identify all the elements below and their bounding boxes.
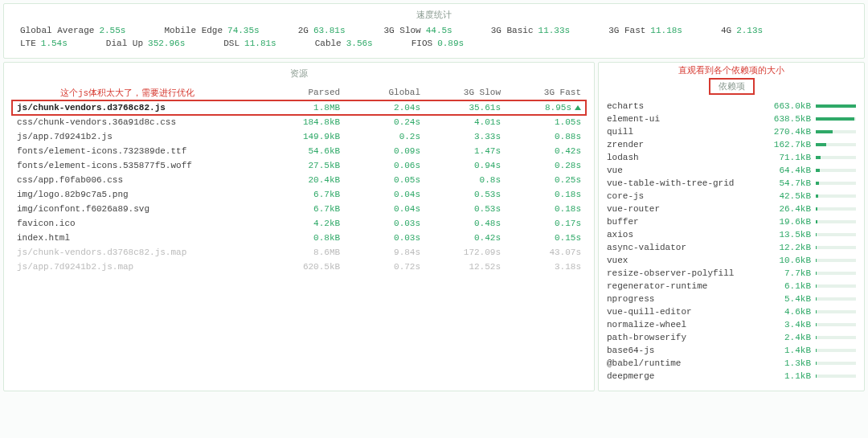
dependency-row[interactable]: path-browserify2.4kB <box>607 331 856 344</box>
dependency-row[interactable]: core-js42.5kB <box>607 190 856 203</box>
dependencies-note: 直观看到各个依赖项的大小 <box>599 64 864 76</box>
resources-table: ParsedGlobal3G Slow3G Fast js/chunk-vend… <box>12 84 586 274</box>
speed-item-value: 11.81s <box>244 39 276 48</box>
dependency-row[interactable]: resize-observer-polyfill7.7kB <box>607 267 856 280</box>
speed-item-label: DSL <box>223 39 240 48</box>
resources-column-header[interactable]: Parsed <box>264 84 345 100</box>
dependency-row[interactable]: vuex10.6kB <box>607 254 856 267</box>
dependency-row[interactable]: vue-router26.4kB <box>607 203 856 215</box>
speed-item-value: 1.54s <box>41 39 68 48</box>
resource-cell: 8.6MB <box>264 245 345 260</box>
resource-cell: 0.15s <box>506 231 586 245</box>
resource-cell: 0.09s <box>345 144 425 158</box>
dependency-bar-fill <box>816 284 817 288</box>
dependency-row[interactable]: buffer19.6kB <box>607 215 856 228</box>
dependency-size: 4.6kB <box>766 307 811 317</box>
dependency-size: 663.0kB <box>766 101 811 111</box>
dependency-row[interactable]: nprogress5.4kB <box>607 293 856 305</box>
speed-item-label: Cable <box>315 39 342 48</box>
resource-cell: 0.53s <box>425 202 506 216</box>
resource-cell: 0.8kB <box>264 231 345 245</box>
table-row[interactable]: css/app.f0fab006.css20.4kB0.05s0.8s0.25s <box>12 173 586 187</box>
resource-cell: 27.5kB <box>264 158 345 173</box>
dependency-bar-fill <box>816 310 817 313</box>
dependency-row[interactable]: vue-quill-editor4.6kB <box>607 305 856 318</box>
table-row[interactable]: fonts/element-icons.535877f5.woff27.5kB0… <box>12 158 586 173</box>
resources-column-header[interactable]: 3G Fast <box>506 84 586 100</box>
resource-file-name: css/app.f0fab006.css <box>12 173 264 187</box>
resource-cell: 0.42s <box>506 144 586 158</box>
speed-item: 3G Basic11.33s <box>491 26 570 35</box>
resource-cell: 35.61s <box>425 100 506 115</box>
resource-cell: 3.18s <box>506 260 586 274</box>
dependency-row[interactable]: @babel/runtime1.3kB <box>607 357 856 370</box>
speed-item: Dial Up352.96s <box>106 39 185 48</box>
dependency-name: deepmerge <box>607 371 761 381</box>
dependency-row[interactable]: normalize-wheel3.4kB <box>607 318 856 331</box>
dependency-bar-fill <box>816 182 819 185</box>
dependency-size: 19.6kB <box>766 217 811 227</box>
dependency-bar-fill <box>816 207 817 211</box>
dependency-bar-fill <box>816 272 817 275</box>
speed-item-value: 352.96s <box>148 39 185 48</box>
dependency-bar <box>816 194 856 198</box>
table-row[interactable]: js/app.7d9241b2.js149.9kB0.2s3.33s0.88s <box>12 129 586 144</box>
dependency-name: resize-observer-polyfill <box>607 268 761 278</box>
speed-item-label: 2G <box>298 26 309 35</box>
dependency-row[interactable]: deepmerge1.1kB <box>607 370 856 383</box>
dependency-row[interactable]: zrender162.7kB <box>607 138 856 151</box>
table-row[interactable]: js/chunk-vendors.d3768c82.js.map8.6MB9.8… <box>12 245 586 260</box>
resource-cell: 1.8MB <box>264 100 345 115</box>
table-row[interactable]: favicon.ico4.2kB0.03s0.48s0.17s <box>12 216 586 231</box>
resource-cell: 0.53s <box>425 187 506 202</box>
dependency-bar <box>816 310 856 313</box>
speed-item: DSL11.81s <box>223 39 276 48</box>
table-row[interactable]: img/iconfont.f6026a89.svg6.7kB0.04s0.53s… <box>12 202 586 216</box>
resource-cell: 8.95s <box>506 100 586 115</box>
dependency-row[interactable]: vue64.4kB <box>607 164 856 177</box>
resource-cell: 20.4kB <box>264 173 345 187</box>
dependencies-title: 依赖项 <box>709 78 755 95</box>
dependency-row[interactable]: base64-js1.4kB <box>607 344 856 357</box>
dependency-row[interactable]: axios13.5kB <box>607 228 856 241</box>
speed-item: Cable3.56s <box>315 39 373 48</box>
dependency-bar <box>816 272 856 275</box>
table-row[interactable]: fonts/element-icons.732389de.ttf54.6kB0.… <box>12 144 586 158</box>
resources-column-header[interactable]: Global <box>345 84 425 100</box>
dependency-row[interactable]: async-validator12.2kB <box>607 241 856 254</box>
table-row[interactable]: css/chunk-vendors.36a91d8c.css184.8kB0.2… <box>12 115 586 129</box>
dependency-size: 5.4kB <box>766 294 811 304</box>
resource-cell: 0.28s <box>506 158 586 173</box>
table-row[interactable]: js/app.7d9241b2.js.map620.5kB0.72s12.52s… <box>12 260 586 274</box>
speed-stats-grid: Global Average2.55sMobile Edge74.35s2G63… <box>4 26 864 51</box>
dependency-row[interactable]: vue-table-with-tree-grid54.7kB <box>607 177 856 190</box>
dependency-name: path-browserify <box>607 333 761 342</box>
dependency-size: 10.6kB <box>766 256 811 265</box>
dependency-row[interactable]: element-ui638.5kB <box>607 113 856 125</box>
table-row[interactable]: js/chunk-vendors.d3768c82.js1.8MB2.04s35… <box>12 100 586 115</box>
dependency-name: vue-table-with-tree-grid <box>607 178 761 188</box>
table-row[interactable]: index.html0.8kB0.03s0.42s0.15s <box>12 231 586 245</box>
dependency-size: 270.4kB <box>766 127 811 137</box>
dependency-row[interactable]: lodash71.1kB <box>607 151 856 164</box>
dependencies-list: echarts663.0kBelement-ui638.5kBquill270.… <box>599 100 864 391</box>
speed-item: Mobile Edge74.35s <box>164 26 259 35</box>
dependency-size: 3.4kB <box>766 320 811 330</box>
dependency-name: normalize-wheel <box>607 320 761 330</box>
dependency-name: vue-quill-editor <box>607 307 761 317</box>
dependency-bar-fill <box>816 156 821 159</box>
speed-item-label: LTE <box>20 39 36 48</box>
dependency-row[interactable]: regenerator-runtime6.1kB <box>607 280 856 293</box>
speed-item-value: 11.33s <box>538 26 571 35</box>
dependency-row[interactable]: quill270.4kB <box>607 125 856 138</box>
resource-cell: 6.7kB <box>264 202 345 216</box>
table-row[interactable]: img/logo.82b9c7a5.png6.7kB0.04s0.53s0.18… <box>12 187 586 202</box>
resource-cell: 184.8kB <box>264 115 345 129</box>
dependency-bar <box>816 375 856 378</box>
resources-column-header[interactable]: 3G Slow <box>425 84 506 100</box>
dependency-row[interactable]: echarts663.0kB <box>607 100 856 113</box>
dependency-size: 26.4kB <box>766 204 811 214</box>
resource-cell: 43.07s <box>506 245 586 260</box>
triangle-up-icon <box>575 105 581 110</box>
dependency-size: 2.4kB <box>766 333 811 342</box>
